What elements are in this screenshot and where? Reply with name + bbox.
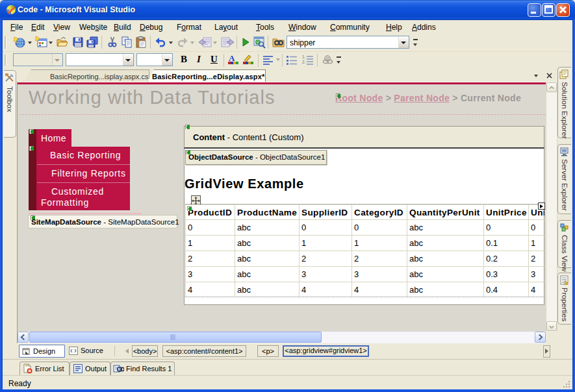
svg-text:1.: 1. xyxy=(302,55,306,59)
svg-text:A: A xyxy=(229,54,235,63)
svg-text:2.: 2. xyxy=(302,60,306,64)
